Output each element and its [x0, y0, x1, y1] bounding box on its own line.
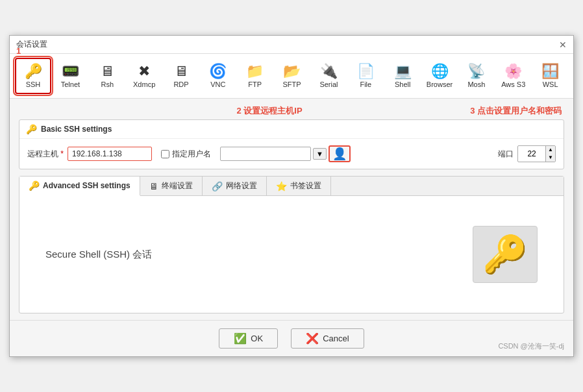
key-big-icon: 🔑 [473, 226, 538, 283]
protocol-ftp[interactable]: 📁 FTP [237, 58, 273, 94]
rsh-icon: 🖥 [100, 64, 114, 79]
port-group: 端口 ▲ ▼ [498, 145, 556, 162]
tab-bookmark-label: 书签设置 [290, 180, 321, 191]
tab-terminal-icon: 🖥 [149, 181, 158, 191]
protocol-shell-label: Shell [395, 80, 410, 88]
watermark: CSDN @沧海一笑-dj [498, 341, 564, 351]
protocol-wsl-label: WSL [543, 80, 558, 88]
ok-label: OK [251, 334, 263, 343]
close-button[interactable]: ✕ [559, 40, 567, 49]
protocol-browser[interactable]: 🌐 Browser [422, 58, 458, 94]
required-star: * [60, 149, 64, 158]
tab-terminal-label: 终端设置 [162, 180, 193, 191]
username-input[interactable] [220, 147, 311, 161]
cancel-icon: ❌ [306, 332, 319, 345]
tab-advanced-icon: 🔑 [29, 180, 40, 191]
basic-settings-title: Basic SSH settings [41, 125, 112, 134]
shell-icon: 💻 [394, 64, 412, 79]
protocol-telnet[interactable]: 📟 Telnet [53, 58, 88, 94]
user-settings-button[interactable]: 👤 [329, 145, 351, 162]
protocol-serial-label: Serial [319, 80, 338, 88]
ok-button[interactable]: ✅ OK [219, 328, 278, 349]
rdp-icon: 🖥 [174, 64, 188, 79]
tab-network-icon: 🔗 [212, 181, 223, 191]
protocol-ssh[interactable]: 🔑 SSH [15, 58, 51, 94]
tab-bookmark[interactable]: ⭐ 书签设置 [267, 177, 331, 195]
specify-username-label: 指定用户名 [172, 149, 211, 160]
protocol-sftp[interactable]: 📂 SFTP [274, 58, 310, 94]
protocol-file[interactable]: 📄 File [348, 58, 384, 94]
advanced-settings-card: 🔑 Advanced SSH settings 🖥 终端设置 🔗 网络设置 ⭐ … [19, 176, 564, 313]
specify-username-checkbox[interactable]: 指定用户名 [161, 149, 211, 160]
protocol-vnc-label: VNC [210, 80, 225, 88]
port-label: 端口 [498, 149, 514, 160]
cancel-label: Cancel [323, 334, 349, 343]
protocol-awss3[interactable]: 🌸 Aws S3 [495, 58, 531, 94]
protocol-ftp-label: FTP [248, 80, 262, 88]
port-spinner: ▲ ▼ [545, 146, 555, 161]
protocol-mosh-label: Mosh [467, 80, 485, 88]
port-input-wrap: ▲ ▼ [517, 145, 556, 162]
serial-icon: 🔌 [320, 64, 338, 79]
tab-advanced[interactable]: 🔑 Advanced SSH settings [19, 177, 140, 196]
protocol-telnet-label: Telnet [61, 80, 80, 88]
ok-icon: ✅ [234, 332, 247, 345]
mosh-icon: 📡 [467, 64, 485, 79]
remote-host-group: 远程主机 * [27, 147, 152, 161]
protocol-browser-label: Browser [427, 80, 453, 88]
basic-settings-header: 🔑 Basic SSH settings [19, 120, 564, 139]
port-up-btn[interactable]: ▲ [546, 146, 555, 154]
protocol-awss3-label: Aws S3 [501, 80, 525, 88]
protocol-rdp-label: RDP [173, 80, 188, 88]
port-input[interactable] [518, 147, 545, 160]
cancel-button[interactable]: ❌ Cancel [291, 328, 364, 349]
protocol-mosh[interactable]: 📡 Mosh [458, 58, 494, 94]
protocol-serial[interactable]: 🔌 Serial [311, 58, 347, 94]
session-description: Secure Shell (SSH) 会话 [45, 249, 152, 261]
basic-settings-card: 🔑 Basic SSH settings 远程主机 * 指定用户名 [19, 119, 564, 169]
awss3-icon: 🌸 [504, 64, 522, 79]
protocol-ssh-label: SSH [26, 80, 41, 88]
step3-label: 3 点击设置用户名和密码 [470, 105, 562, 117]
protocol-file-label: File [360, 80, 371, 88]
tab-advanced-label: Advanced SSH settings [43, 181, 130, 190]
main-content: placeholder 2 设置远程主机IP 3 点击设置用户名和密码 🔑 Ba… [10, 99, 573, 320]
username-group: ▼ 👤 [220, 145, 351, 162]
settings-icon: 🔑 [26, 124, 37, 134]
step-annotations: placeholder 2 设置远程主机IP 3 点击设置用户名和密码 [19, 105, 564, 119]
xdmcp-icon: ✖ [138, 64, 150, 79]
browser-icon: 🌐 [431, 64, 449, 79]
tab-content-area: Secure Shell (SSH) 会话 🔑 [19, 196, 564, 313]
tab-network[interactable]: 🔗 网络设置 [203, 177, 267, 195]
dialog: 会话设置 ✕ 1 🔑 SSH 📟 Telnet 🖥 Rsh ✖ Xdmcp 🖥 … [9, 35, 574, 357]
title-bar: 会话设置 ✕ [10, 36, 573, 54]
username-dropdown-btn[interactable]: ▼ [313, 148, 327, 160]
basic-settings-body: 远程主机 * 指定用户名 ▼ 👤 [19, 139, 564, 169]
protocol-shell[interactable]: 💻 Shell [385, 58, 421, 94]
file-icon: 📄 [357, 64, 375, 79]
remote-host-input[interactable] [68, 147, 152, 161]
username-checkbox-input[interactable] [161, 150, 169, 158]
tab-bookmark-icon: ⭐ [276, 181, 287, 191]
tab-terminal[interactable]: 🖥 终端设置 [140, 177, 203, 195]
protocol-xdmcp[interactable]: ✖ Xdmcp [127, 58, 162, 94]
protocol-wsl[interactable]: 🪟 WSL [532, 58, 568, 94]
ftp-icon: 📁 [246, 64, 264, 79]
remote-host-label: 远程主机 * [27, 149, 64, 160]
protocol-rsh[interactable]: 🖥 Rsh [90, 58, 125, 94]
step1-label: 1 [16, 46, 21, 56]
protocol-rdp[interactable]: 🖥 RDP [164, 58, 199, 94]
protocol-rsh-label: Rsh [101, 80, 114, 88]
telnet-icon: 📟 [62, 64, 79, 79]
port-down-btn[interactable]: ▼ [546, 154, 555, 162]
vnc-icon: 🌀 [209, 64, 227, 79]
tab-bar: 🔑 Advanced SSH settings 🖥 终端设置 🔗 网络设置 ⭐ … [19, 177, 564, 196]
sftp-icon: 📂 [283, 64, 301, 79]
protocol-vnc[interactable]: 🌀 VNC [200, 58, 236, 94]
protocol-sftp-label: SFTP [283, 80, 301, 88]
tab-network-label: 网络设置 [226, 180, 257, 191]
protocol-toolbar: 1 🔑 SSH 📟 Telnet 🖥 Rsh ✖ Xdmcp 🖥 RDP 🌀 V… [10, 54, 573, 99]
bottom-bar: ✅ OK ❌ Cancel [10, 320, 573, 356]
user-settings-icon: 👤 [332, 147, 347, 160]
wsl-icon: 🪟 [541, 64, 559, 79]
